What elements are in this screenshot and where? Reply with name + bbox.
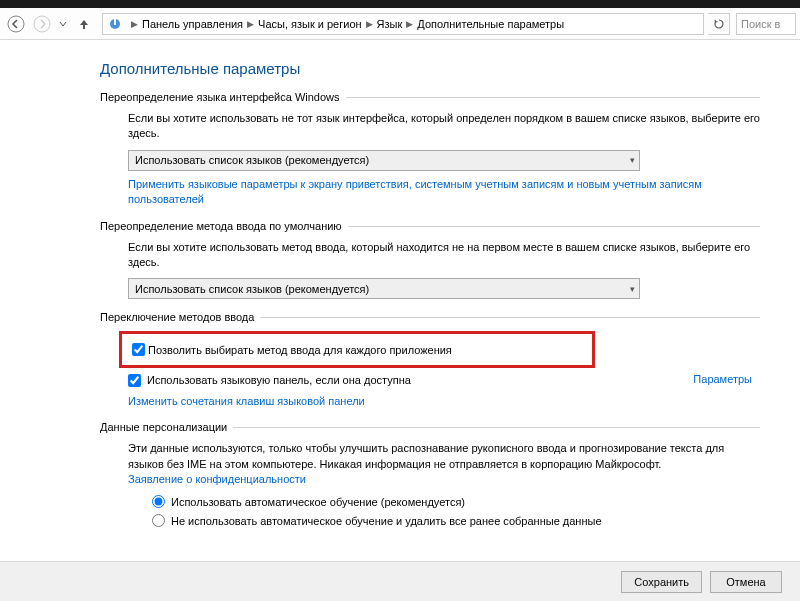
- chevron-down-icon: ▾: [630, 155, 635, 165]
- breadcrumb-item[interactable]: Язык: [377, 18, 403, 30]
- window-titlebar: [0, 0, 800, 8]
- language-bar-checkbox[interactable]: [128, 374, 141, 387]
- chevron-right-icon: ▶: [131, 19, 138, 29]
- hotkey-link[interactable]: Изменить сочетания клавиш языковой панел…: [128, 394, 760, 409]
- back-button[interactable]: [4, 12, 28, 36]
- dropdown-value: Использовать список языков (рекомендуетс…: [135, 154, 369, 166]
- section-description: Эти данные используются, только чтобы ул…: [128, 441, 760, 487]
- apply-welcome-link[interactable]: Применить языковые параметры к экрану пр…: [128, 177, 760, 208]
- ui-language-dropdown[interactable]: Использовать список языков (рекомендуетс…: [128, 150, 640, 171]
- input-method-dropdown[interactable]: Использовать список языков (рекомендуетс…: [128, 278, 640, 299]
- chevron-right-icon: ▶: [406, 19, 413, 29]
- control-panel-icon: [107, 16, 123, 32]
- forward-button[interactable]: [30, 12, 54, 36]
- auto-learning-radio[interactable]: [152, 495, 165, 508]
- cancel-button[interactable]: Отмена: [710, 571, 782, 593]
- no-learning-radio[interactable]: [152, 514, 165, 527]
- chevron-right-icon: ▶: [366, 19, 373, 29]
- svg-point-1: [34, 16, 50, 32]
- language-bar-params-link[interactable]: Параметры: [693, 372, 752, 387]
- per-app-input-checkbox[interactable]: [132, 343, 145, 356]
- breadcrumb-item[interactable]: Панель управления: [142, 18, 243, 30]
- search-placeholder: Поиск в: [741, 18, 780, 30]
- section-switching: Переключение методов ввода Позволить выб…: [100, 311, 800, 409]
- section-title: Данные персонализации: [100, 421, 233, 433]
- refresh-button[interactable]: [708, 13, 730, 35]
- chevron-right-icon: ▶: [247, 19, 254, 29]
- privacy-link[interactable]: Заявление о конфиденциальности: [128, 472, 760, 487]
- section-title: Переключение методов ввода: [100, 311, 260, 323]
- content-area: Дополнительные параметры Переопределение…: [0, 40, 800, 527]
- page-title: Дополнительные параметры: [100, 60, 800, 77]
- checkbox-label: Позволить выбирать метод ввода для каждо…: [148, 344, 452, 356]
- section-description: Если вы хотите использовать не тот язык …: [128, 111, 760, 142]
- radio-label: Не использовать автоматическое обучение …: [171, 515, 602, 527]
- checkbox-label: Использовать языковую панель, если она д…: [147, 374, 411, 386]
- breadcrumb-item[interactable]: Часы, язык и регион: [258, 18, 362, 30]
- svg-rect-3: [114, 19, 116, 25]
- section-description: Если вы хотите использовать метод ввода,…: [128, 240, 760, 271]
- nav-toolbar: ▶ Панель управления ▶ Часы, язык и регио…: [0, 8, 800, 40]
- chevron-down-icon: ▾: [630, 284, 635, 294]
- breadcrumb-item[interactable]: Дополнительные параметры: [417, 18, 564, 30]
- footer-bar: Сохранить Отмена: [0, 561, 800, 601]
- recent-dropdown[interactable]: [56, 12, 70, 36]
- svg-point-0: [8, 16, 24, 32]
- breadcrumb[interactable]: ▶ Панель управления ▶ Часы, язык и регио…: [102, 13, 704, 35]
- section-title: Переопределение языка интерфейса Windows: [100, 91, 346, 103]
- highlighted-option: Позволить выбирать метод ввода для каждо…: [119, 331, 595, 368]
- section-personalization: Данные персонализации Эти данные использ…: [100, 421, 800, 527]
- up-button[interactable]: [72, 12, 96, 36]
- section-input-method: Переопределение метода ввода по умолчани…: [100, 220, 800, 300]
- dropdown-value: Использовать список языков (рекомендуетс…: [135, 283, 369, 295]
- search-input[interactable]: Поиск в: [736, 13, 796, 35]
- radio-label: Использовать автоматическое обучение (ре…: [171, 496, 465, 508]
- section-title: Переопределение метода ввода по умолчани…: [100, 220, 348, 232]
- save-button[interactable]: Сохранить: [621, 571, 702, 593]
- section-ui-language: Переопределение языка интерфейса Windows…: [100, 91, 800, 208]
